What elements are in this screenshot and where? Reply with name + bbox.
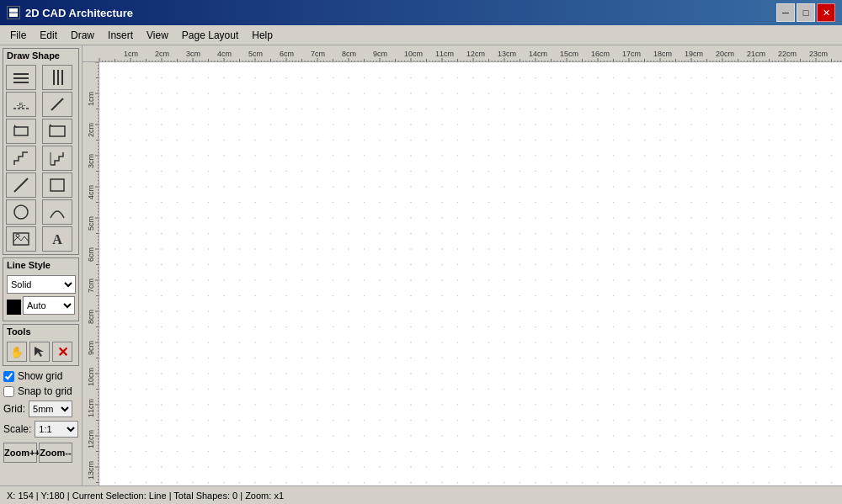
tools-title: Tools: [3, 325, 78, 338]
draw-shape-grid: -5-: [3, 62, 78, 254]
ruler-top: [83, 45, 842, 62]
svg-point-19: [14, 205, 28, 219]
line-style-content: Solid Dashed Dotted Dash-Dot Auto Black …: [3, 272, 78, 321]
stair1-tool[interactable]: [6, 146, 36, 171]
menu-draw[interactable]: Draw: [64, 28, 101, 43]
svg-rect-11: [14, 127, 28, 135]
color-select[interactable]: Auto Black Red Blue: [23, 296, 75, 315]
scale-label: Scale:: [3, 423, 31, 435]
show-grid-label[interactable]: Show grid: [18, 370, 62, 382]
show-grid-checkbox[interactable]: [3, 371, 14, 382]
svg-marker-24: [35, 347, 44, 357]
app-icon: [7, 6, 20, 19]
svg-marker-13: [14, 125, 17, 127]
vlines-tool[interactable]: [42, 65, 72, 90]
grid-select[interactable]: 5mm 10mm 1cm 2cm: [29, 401, 72, 417]
grid-canvas[interactable]: [99, 62, 842, 485]
color-swatch[interactable]: [7, 300, 21, 315]
line-style-select[interactable]: Solid Dashed Dotted Dash-Dot: [7, 275, 76, 294]
grid-label: Grid:: [3, 403, 25, 415]
main-layout: Draw Shape: [0, 45, 842, 485]
menu-view[interactable]: View: [140, 28, 175, 43]
delete-tool[interactable]: ✕: [52, 342, 72, 362]
canvas-area: [83, 45, 842, 485]
menu-help[interactable]: Help: [245, 28, 280, 43]
title-bar-left: 2D CAD Architecture: [7, 6, 133, 19]
window-title: 2D CAD Architecture: [25, 7, 133, 19]
show-grid-row: Show grid: [0, 369, 82, 384]
status-bar: X: 154 | Y:180 | Current Selection: Line…: [0, 485, 842, 504]
dash-line-tool[interactable]: -5-: [6, 92, 36, 117]
ruler-top-canvas: [83, 45, 842, 62]
rect-small-tool[interactable]: [6, 119, 36, 144]
left-panel: Draw Shape: [0, 45, 83, 485]
menu-page-layout[interactable]: Page Layout: [175, 28, 245, 43]
snap-grid-row: Snap to grid: [0, 384, 82, 399]
svg-text:A: A: [52, 232, 62, 247]
snap-grid-checkbox[interactable]: [3, 386, 14, 397]
zoom-in-button[interactable]: Zoom++: [3, 443, 37, 463]
ruler-left: [83, 62, 99, 485]
draw-shape-section: Draw Shape: [3, 48, 79, 255]
menu-file[interactable]: File: [3, 28, 33, 43]
zoom-out-button[interactable]: Zoom--: [39, 443, 72, 463]
tools-content: ✋ ✕: [3, 338, 78, 365]
grid-setting-row: Grid: 5mm 10mm 1cm 2cm: [0, 399, 82, 419]
line-style-title: Line Style: [3, 258, 78, 272]
snap-grid-label[interactable]: Snap to grid: [18, 385, 72, 397]
svg-text:✋: ✋: [10, 345, 24, 358]
color-row: Auto Black Red Blue: [7, 296, 75, 317]
svg-line-10: [51, 98, 63, 110]
rect-large-tool[interactable]: [42, 119, 72, 144]
svg-rect-18: [51, 179, 64, 191]
svg-marker-15: [50, 124, 52, 126]
draw-shape-title: Draw Shape: [3, 49, 78, 62]
line-draw-tool[interactable]: [6, 172, 36, 198]
close-button[interactable]: ✕: [817, 3, 835, 22]
line-style-section: Line Style Solid Dashed Dotted Dash-Dot …: [3, 257, 79, 321]
diagonal-tool[interactable]: [42, 92, 72, 117]
drawing-canvas[interactable]: [99, 62, 842, 485]
menu-bar: File Edit Draw Insert View Page Layout H…: [0, 25, 842, 45]
svg-rect-14: [50, 126, 65, 136]
restore-button[interactable]: □: [797, 3, 815, 22]
pointer-tool[interactable]: [29, 342, 50, 362]
scale-select[interactable]: 1:1 1:2 1:5 1:10 2:1: [35, 421, 78, 438]
circle-tool[interactable]: [6, 199, 36, 225]
hlines-tool[interactable]: [6, 65, 36, 90]
title-bar: 2D CAD Architecture ─ □ ✕: [0, 0, 842, 25]
tools-section: Tools ✋ ✕: [3, 324, 79, 366]
menu-edit[interactable]: Edit: [33, 28, 64, 43]
arc-tool[interactable]: [42, 199, 72, 225]
canvas-with-ruler: [83, 62, 842, 485]
stair2-tool[interactable]: [42, 146, 72, 171]
hand-tool[interactable]: ✋: [7, 342, 27, 362]
minimize-button[interactable]: ─: [776, 3, 795, 22]
text-tool[interactable]: A: [42, 226, 72, 252]
menu-insert[interactable]: Insert: [101, 28, 140, 43]
image-tool[interactable]: [6, 226, 36, 252]
zoom-row: Zoom++ Zoom--: [0, 439, 82, 466]
scale-setting-row: Scale: 1:1 1:2 1:5 1:10 2:1: [0, 419, 82, 439]
svg-line-17: [14, 178, 28, 192]
ruler-left-canvas: [83, 62, 99, 485]
status-text: X: 154 | Y:180 | Current Selection: Line…: [7, 491, 284, 501]
rectangle-tool[interactable]: [42, 172, 72, 198]
window-controls: ─ □ ✕: [776, 3, 835, 22]
